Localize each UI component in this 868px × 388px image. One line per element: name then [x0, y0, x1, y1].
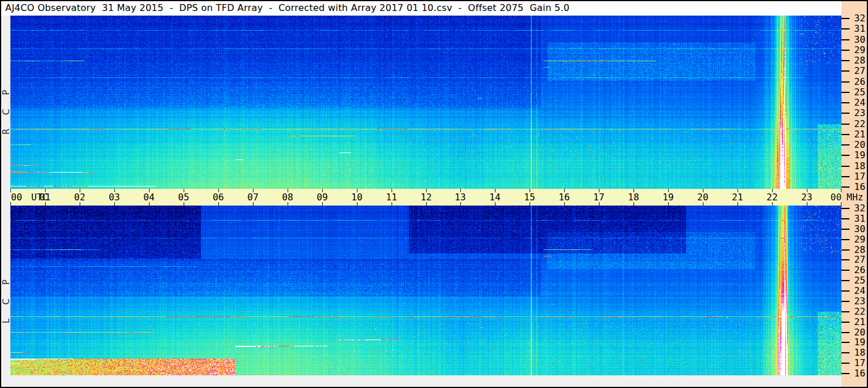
freq-tick [841, 60, 850, 61]
freq-tick-label: 19 [854, 151, 865, 160]
freq-tick [841, 155, 850, 156]
freq-tick [841, 208, 850, 209]
freq-tick-label: 23 [854, 297, 865, 306]
freq-tick-label: 22 [854, 120, 865, 129]
freq-tick-label: 19 [854, 338, 865, 347]
freq-tick-label: 32 [854, 204, 865, 213]
freq-tick-label: 18 [854, 162, 865, 171]
freq-tick-label: 17 [854, 172, 865, 181]
freq-tick [841, 311, 850, 312]
freq-tick-label: 18 [854, 348, 865, 357]
freq-tick-label: 29 [854, 46, 865, 55]
freq-tick [841, 39, 850, 40]
freq-tick [841, 301, 850, 302]
freq-tick [841, 229, 850, 230]
time-tick-label: 00 [11, 192, 22, 203]
freq-tick [841, 134, 850, 135]
freq-tick [841, 102, 850, 103]
freq-tick-label: 23 [854, 109, 865, 118]
freq-tick-label: 28 [854, 56, 865, 65]
freq-tick-label: 22 [854, 307, 865, 316]
title-bar: AJ4CO Observatory 31 May 2015 - DPS on T… [1, 1, 841, 16]
time-tick-label: 08 [282, 192, 293, 203]
freq-tick-label: 20 [854, 328, 865, 337]
freq-tick [841, 186, 850, 188]
freq-tick [841, 144, 850, 146]
time-tick-label: 11 [386, 192, 397, 203]
freq-tick-label: 29 [854, 235, 865, 244]
time-tick-label: 14 [489, 192, 500, 203]
time-tick-label: 03 [109, 192, 120, 203]
freq-tick-label: 27 [854, 255, 865, 264]
time-tick-label: 18 [628, 192, 639, 203]
time-tick-label: 22 [766, 192, 777, 203]
freq-tick [841, 218, 850, 219]
rcp-panel-label: RCP [1, 68, 10, 143]
freq-tick-label: 30 [854, 35, 865, 44]
time-tick-label: 09 [316, 192, 327, 203]
freq-tick [841, 270, 850, 271]
freq-tick-label: 32 [854, 14, 865, 23]
time-tick-label: 07 [247, 192, 258, 203]
freq-tick-label: 20 [854, 140, 865, 150]
time-axis: 0001020304050607080910111213141516171819… [10, 189, 841, 206]
freq-tick [841, 290, 850, 292]
freq-tick [841, 113, 850, 114]
freq-tick-label: 31 [854, 24, 865, 33]
freq-tick-label: 25 [854, 88, 865, 97]
time-tick-label: 12 [420, 192, 431, 203]
freq-tick [841, 332, 850, 333]
freq-tick-label: 16 [854, 182, 865, 192]
freq-tick-label: 16 [854, 369, 865, 378]
freq-tick-label: 28 [854, 245, 865, 255]
time-tick-label: 06 [213, 192, 223, 203]
time-tick-label: 10 [351, 192, 362, 203]
time-tick-label: 17 [593, 192, 604, 203]
lcp-spectrogram-heatmap [10, 206, 841, 375]
freq-tick-label: 27 [854, 66, 865, 76]
freq-tick-label: 31 [854, 214, 865, 223]
freq-tick [841, 363, 850, 364]
freq-tick [841, 322, 850, 323]
freq-tick [841, 342, 850, 343]
time-tick-label: 23 [801, 192, 812, 203]
lcp-panel-label: LCP [1, 257, 10, 332]
time-tick-label: 21 [732, 192, 743, 203]
freq-tick [841, 352, 850, 353]
time-tick-label: 13 [455, 192, 465, 203]
time-tick-label: 19 [662, 192, 673, 203]
freq-tick-label: 25 [854, 276, 865, 285]
time-tick-label: 00 [830, 192, 841, 203]
freq-tick [841, 70, 850, 72]
mhz-unit-label: MHz [847, 192, 863, 203]
freq-tick-label: 26 [854, 266, 865, 275]
freq-tick [841, 92, 850, 93]
time-tick-label: 15 [524, 192, 535, 203]
spectrogram-app-window: AJ4CO Observatory 31 May 2015 - DPS on T… [0, 0, 868, 388]
freq-tick [841, 124, 850, 125]
time-tick-label: 04 [143, 192, 154, 203]
freq-tick [841, 166, 850, 167]
utc-unit-label: UTC [31, 192, 48, 203]
freq-tick-label: 21 [854, 130, 865, 139]
freq-tick [841, 18, 850, 19]
freq-tick [841, 81, 850, 83]
freq-tick-label: 17 [854, 359, 865, 368]
time-tick-label: 02 [74, 192, 85, 203]
freq-tick-label: 26 [854, 77, 865, 87]
freq-tick-label: 24 [854, 98, 865, 107]
freq-tick-label: 24 [854, 286, 865, 296]
freq-tick-label: 21 [854, 318, 865, 327]
freq-tick [841, 28, 850, 29]
freq-tick [841, 239, 850, 240]
freq-tick [841, 280, 850, 281]
freq-tick [841, 50, 850, 51]
time-tick-label: 05 [178, 192, 189, 203]
time-tick-label: 20 [697, 192, 708, 203]
time-tick-label: 16 [558, 192, 569, 203]
freq-tick [841, 249, 850, 251]
rcp-spectrogram-heatmap [10, 16, 841, 189]
freq-tick-label: 30 [854, 225, 865, 234]
freq-tick [841, 176, 850, 177]
page-title: AJ4CO Observatory 31 May 2015 - DPS on T… [5, 2, 569, 13]
